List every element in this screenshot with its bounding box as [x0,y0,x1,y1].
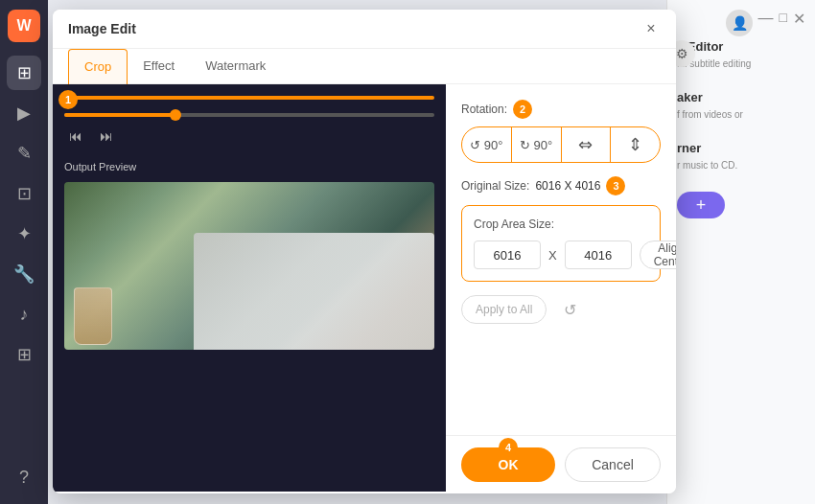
burner-title: rner [677,141,805,155]
step2-badge: 2 [513,100,532,119]
sidebar-item-compress[interactable]: ⊡ [7,176,41,211]
crop-width-input[interactable] [474,241,541,269]
tab-effect[interactable]: Effect [128,49,190,84]
reset-button[interactable]: ↺ [556,296,583,323]
sidebar-item-effects[interactable]: ✦ [7,217,41,251]
close-icon[interactable]: ✕ [793,10,805,28]
tab-crop[interactable]: Crop [68,49,128,84]
crop-x-separator: X [548,248,557,263]
output-laptop-overlay [194,233,434,351]
crop-area-title: Crop Area Size: [474,218,648,231]
burner-section: rner r music to CD. [677,141,805,172]
sidebar-item-more[interactable]: ⊞ [7,337,41,372]
align-center-button[interactable]: Align Center [640,241,676,269]
original-size-row: Original Size: 6016 X 4016 3 [461,176,661,195]
maker-title: aker [677,90,805,104]
output-image-simulation [64,182,434,350]
subtitle-editor-section: e Editor ful subtitle editing [677,39,805,71]
rotation-label: Rotation: 2 [461,100,661,119]
user-icon[interactable]: 👤 [726,10,753,36]
transport-controls: ⏮ ⏭ [64,121,434,151]
sidebar-item-audio[interactable]: ♪ [7,297,41,332]
step1-badge: 1 [58,90,78,109]
subtitle-editor-sub: ful subtitle editing [677,57,805,71]
step4-badge: 4 [499,438,518,457]
modal-body: 1 ✛ [53,84,676,492]
move-cursor-icon: ✛ [198,96,214,100]
tab-bar: Crop Effect Watermark [53,49,676,84]
crop-height-input[interactable] [565,241,632,269]
sidebar: W ⊞ ▶ ✎ ⊡ ✦ 🔧 ♪ ⊞ ? [0,0,48,504]
prev-button[interactable]: ⏮ [64,125,87,148]
apply-all-button[interactable]: Apply to All [461,295,547,324]
controls-area: Rotation: 2 ↺ 90° ↻ 90° ⇔ ⇕ Origina [446,84,676,492]
preview-main-container: 1 ✛ [64,96,434,100]
cancel-button[interactable]: Cancel [565,447,661,482]
app-logo: W [8,10,40,42]
preview-area: 1 ✛ [53,84,446,492]
next-button[interactable]: ⏭ [95,125,118,148]
tab-watermark[interactable]: Watermark [190,49,281,84]
flip-vertical-button[interactable]: ⇕ [611,127,660,162]
modal-header: Image Edit × [53,10,676,49]
preview-main-image: ✛ [64,96,434,100]
flip-horizontal-button[interactable]: ⇔ [562,127,612,162]
maximize-icon[interactable]: □ [780,10,787,28]
sidebar-item-home[interactable]: ⊞ [7,56,41,90]
sidebar-item-edit[interactable]: ✎ [7,136,41,171]
modal-footer: 4 OK Cancel [446,435,676,493]
transport-bar: ⏮ ⏭ [64,109,434,151]
modal-title: Image Edit [68,21,136,36]
bottom-controls: Apply to All ↺ [461,295,661,324]
rotation-controls: ↺ 90° ↻ 90° ⇔ ⇕ [461,126,661,163]
crop-inputs: X Align Center [474,241,648,269]
scrub-progress [64,113,175,117]
crosshair-icon: ✛ [188,96,222,100]
right-panel: — □ ✕ e Editor ful subtitle editing aker… [666,0,815,504]
sidebar-item-tools[interactable]: 🔧 [7,257,41,291]
output-glass-cup [74,287,112,345]
step3-badge: 3 [606,176,625,195]
burner-sub: r music to CD. [677,159,805,172]
crop-area-box: Crop Area Size: X Align Center [461,205,661,282]
output-preview-label: Output Preview [64,161,434,172]
output-preview-image [64,182,434,350]
scrub-thumb[interactable] [170,109,181,121]
minimize-icon[interactable]: — [758,10,774,28]
rotate-ccw-button[interactable]: ↺ 90° [462,127,512,162]
maker-sub: f from videos or [677,108,805,122]
sidebar-item-media[interactable]: ▶ [7,96,41,130]
ok-button-wrap: 4 OK [461,447,555,482]
right-action-button[interactable]: + [677,192,725,218]
subtitle-editor-title: e Editor [677,39,805,54]
maker-section: aker f from videos or [677,90,805,122]
sidebar-item-help[interactable]: ? [7,460,41,494]
scrub-bar[interactable] [64,113,434,117]
modal-close-button[interactable]: × [641,19,661,38]
rotate-cw-button[interactable]: ↻ 90° [512,127,562,162]
image-edit-modal: Image Edit × Crop Effect Watermark 1 [53,10,676,493]
